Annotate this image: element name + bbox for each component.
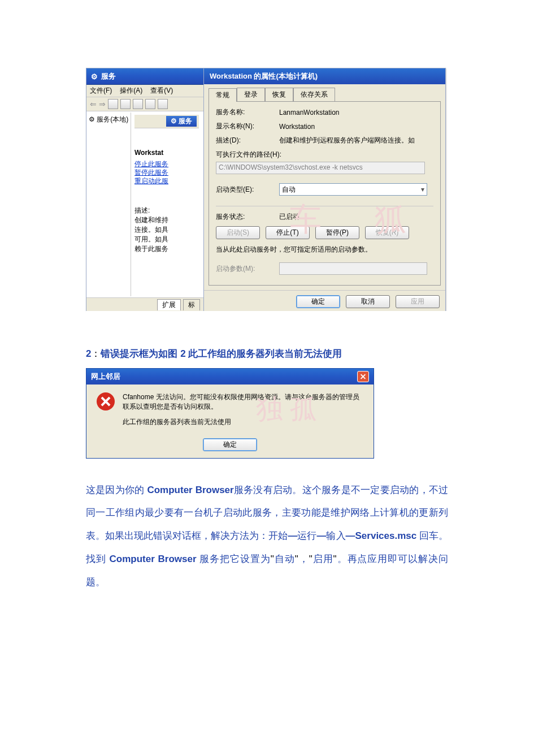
error-icon <box>97 392 115 411</box>
val-display-name: Workstation <box>279 123 315 131</box>
desc-line-2: 连接。如具 <box>134 225 199 235</box>
toolbar-icon-4[interactable] <box>145 99 155 109</box>
link-restart-service[interactable]: 重启动此服 <box>134 177 199 185</box>
lbl-service-status: 服务状态: <box>216 212 275 222</box>
heading-sep: ： <box>91 348 101 359</box>
properties-tabs: 常规 登录 恢复 依存关系 <box>204 84 445 101</box>
p-d3: — <box>346 530 355 541</box>
lbl-service-name: 服务名称: <box>216 107 275 117</box>
p-t1: 这是因为你的 <box>86 485 147 495</box>
detail-header-title: 服务 <box>179 117 192 125</box>
menu-view[interactable]: 查看(V) <box>150 86 173 96</box>
p-t8: Computer Browser <box>110 554 200 564</box>
p-t2: Computer Browser <box>147 485 233 495</box>
properties-body: 服务名称: LanmanWorkstation 显示名称(N): Worksta… <box>209 101 441 286</box>
heading-text-a: 错误提示框为如图 <box>101 348 180 359</box>
chevron-down-icon: ▾ <box>421 185 424 193</box>
tab-logon[interactable]: 登录 <box>237 88 265 101</box>
val-description: 创建和维护到远程服务的客户端网络连接。如 <box>279 136 415 145</box>
properties-titlebar: Workstation 的属性(本地计算机) <box>204 68 445 84</box>
tab-general[interactable]: 常规 <box>209 88 237 102</box>
lbl-start-params: 启动参数(M): <box>216 264 275 274</box>
services-body: ⚙ 服务(本地) ⚙ 服务 Workstat 停止此服务 <box>86 111 203 297</box>
lbl-exe-path: 可执行文件的路径(H): <box>216 150 433 159</box>
p-t11: ， <box>298 554 309 564</box>
p-t4: 运行 <box>297 530 316 541</box>
properties-dialog: Workstation 的属性(本地计算机) 常规 登录 恢复 依存关系 服务名… <box>204 68 445 312</box>
selected-service-name: Workstat <box>134 148 199 160</box>
p-t12: 启用 <box>312 554 333 564</box>
link-stop-service[interactable]: 停止此服务 <box>134 160 199 169</box>
heading-num2: 2 <box>180 348 185 359</box>
services-title-icon: ⚙ <box>91 72 98 81</box>
error-dialog-titlebar: 网上邻居 <box>86 369 374 385</box>
properties-title: Workstation 的属性(本地计算机) <box>210 71 318 81</box>
desc-label: 描述: <box>134 206 199 215</box>
val-service-status: 已启动 <box>279 212 299 222</box>
btn-apply: 应用 <box>396 295 440 308</box>
services-toolbar: ⇐ ⇒ <box>86 97 203 111</box>
select-start-type[interactable]: 自动 ▾ <box>279 183 427 196</box>
p-d2: — <box>316 530 326 541</box>
toolbar-icon-1[interactable] <box>108 99 118 109</box>
tree-root-label: 服务(本地) <box>97 115 128 123</box>
desc-line-1: 创建和维持 <box>134 215 199 225</box>
p-t9: 服务把它设置为 <box>199 554 271 564</box>
nav-back-icon[interactable]: ⇐ <box>90 100 97 108</box>
p-t6: Services.msc <box>355 530 417 541</box>
heading-text-b: 此工作组的服务器列表当前无法使用 <box>186 348 342 359</box>
services-bottom-tabs: 扩展 标 <box>86 297 203 312</box>
nav-fwd-icon[interactable]: ⇒ <box>99 100 106 108</box>
error-message-1: Cfanhome 无法访问。您可能没有权限使用网络资源。请与这台服务器的管理员联… <box>123 392 363 412</box>
lbl-description: 描述(D): <box>216 136 275 145</box>
tab-recovery[interactable]: 恢复 <box>265 88 293 101</box>
lbl-display-name: 显示名称(N): <box>216 122 275 131</box>
services-detail-header: ⚙ 服务 <box>134 115 199 128</box>
properties-footer: 确定 取消 应用 <box>204 290 445 312</box>
explanation-paragraph: 这是因为你的 Computer Browser服务没有启动。这个服务是不一定要启… <box>86 479 448 594</box>
val-exe-path: C:\WINDOWS\system32\svchost.exe -k netsv… <box>216 162 425 174</box>
gear-icon: ⚙ <box>89 115 95 123</box>
services-title: 服务 <box>101 71 116 81</box>
tab-dependencies[interactable]: 依存关系 <box>293 88 335 101</box>
val-service-name: LanmanWorkstation <box>279 109 340 116</box>
menu-action[interactable]: 操作(A) <box>120 86 142 96</box>
btn-stop[interactable]: 停止(T) <box>266 226 310 239</box>
torn-edge-decoration <box>86 311 448 319</box>
val-start-type: 自动 <box>282 185 296 195</box>
p-t10: 自动 <box>274 554 295 564</box>
close-icon[interactable] <box>357 371 369 382</box>
services-tree[interactable]: ⚙ 服务(本地) <box>88 113 131 296</box>
btn-resume: 恢复(R) <box>365 226 409 239</box>
tab-extended[interactable]: 扩展 <box>157 299 181 310</box>
services-detail-col: ⚙ 服务 Workstat 停止此服务 暂停此服务 重启动此服 描述: 创建和维… <box>131 113 202 296</box>
hint-start-params: 当从此处启动服务时，您可指定所适用的启动参数。 <box>216 245 433 254</box>
link-pause-service[interactable]: 暂停此服务 <box>134 169 199 177</box>
btn-cancel[interactable]: 取消 <box>346 295 390 308</box>
toolbar-icon-2[interactable] <box>120 99 131 109</box>
btn-pause[interactable]: 暂停(P) <box>315 226 359 239</box>
services-window: 车 狐 ⚙ 服务 文件(F) 操作(A) 查看(V) ⇐ ⇒ <box>86 68 446 312</box>
btn-start: 启动(S) <box>216 226 260 239</box>
desc-line-3: 可用。如具 <box>134 235 199 244</box>
input-start-params <box>279 262 427 275</box>
section-heading-2: 2：错误提示框为如图 2 此工作组的服务器列表当前无法使用 <box>86 347 448 360</box>
btn-ok[interactable]: 确定 <box>296 295 340 308</box>
error-message-2: 此工作组的服务器列表当前无法使用 <box>123 417 363 427</box>
toolbar-icon-5[interactable] <box>158 99 168 109</box>
error-dialog-title: 网上邻居 <box>91 371 120 382</box>
gear-icon: ⚙ <box>171 117 177 125</box>
menu-file[interactable]: 文件(F) <box>90 86 112 96</box>
services-menubar: 文件(F) 操作(A) 查看(V) <box>86 85 203 97</box>
services-titlebar: ⚙ 服务 <box>86 68 203 85</box>
p-d1: — <box>288 530 297 541</box>
lbl-start-type: 启动类型(E): <box>216 185 275 195</box>
error-dialog: 独 孤 网上邻居 Cfanhome 无法访问。您可能没有权限使用网络资源。请与这… <box>86 368 374 459</box>
p-t5: 输入 <box>326 530 345 541</box>
desc-line-4: 赖于此服务 <box>134 244 199 254</box>
tab-standard[interactable]: 标 <box>183 299 200 310</box>
toolbar-icon-3[interactable] <box>133 99 143 109</box>
error-ok-button[interactable]: 确定 <box>203 438 257 451</box>
services-left-pane: ⚙ 服务 文件(F) 操作(A) 查看(V) ⇐ ⇒ <box>86 68 204 312</box>
